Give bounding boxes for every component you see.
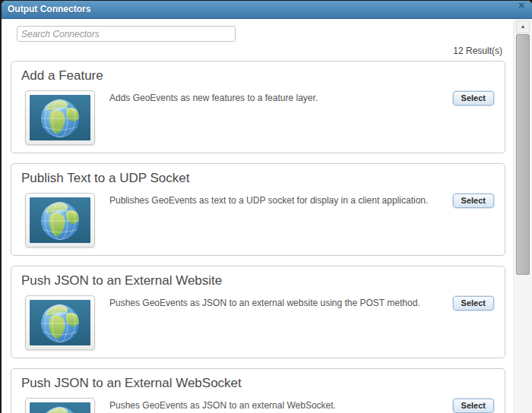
close-icon[interactable]: ✕ bbox=[516, 1, 527, 11]
globe-icon bbox=[30, 300, 90, 345]
connector-list: Add a Feature bbox=[2, 61, 514, 413]
select-button[interactable]: Select bbox=[453, 296, 494, 311]
connector-card: Add a Feature bbox=[11, 61, 505, 153]
connector-title: Publish Text to a UDP Socket bbox=[21, 171, 496, 186]
select-button[interactable]: Select bbox=[453, 91, 494, 106]
connector-description: Pushes GeoEvents as JSON to an external … bbox=[109, 398, 453, 412]
globe-icon bbox=[30, 402, 90, 413]
connector-title: Push JSON to an External WebSocket bbox=[21, 376, 496, 391]
connector-title: Add a Feature bbox=[21, 68, 496, 84]
scrollbar[interactable]: ▲ bbox=[513, 19, 532, 413]
select-button[interactable]: Select bbox=[453, 194, 494, 208]
dialog-titlebar: Output Connectors ✕ bbox=[2, 1, 532, 19]
dialog-title: Output Connectors bbox=[8, 4, 90, 14]
output-connectors-dialog: Output Connectors ✕ 12 Result(s) Add a F… bbox=[2, 1, 532, 413]
connector-description: Adds GeoEvents as new features to a feat… bbox=[109, 90, 453, 105]
scrollbar-thumb[interactable] bbox=[516, 34, 530, 275]
connector-thumbnail bbox=[25, 295, 95, 350]
connector-description: Pushes GeoEvents as JSON to an external … bbox=[109, 295, 453, 310]
globe-icon bbox=[30, 197, 90, 243]
connector-thumbnail bbox=[25, 193, 95, 247]
connector-card: Push JSON to an External WebSocket bbox=[11, 368, 505, 413]
results-count: 12 Result(s) bbox=[2, 46, 502, 56]
dialog-content: 12 Result(s) Add a Feature bbox=[2, 19, 514, 413]
search-input[interactable] bbox=[17, 26, 236, 42]
connector-thumbnail bbox=[25, 90, 95, 145]
connector-thumbnail bbox=[25, 398, 95, 413]
connector-card: Publish Text to a UDP Socket bbox=[11, 163, 505, 256]
scroll-up-button[interactable]: ▲ bbox=[516, 20, 530, 33]
connector-title: Push JSON to an External Website bbox=[21, 273, 496, 288]
globe-icon bbox=[30, 95, 90, 140]
connector-description: Publishes GeoEvents as text to a UDP soc… bbox=[109, 193, 453, 207]
connector-card: Push JSON to an External Website bbox=[11, 266, 505, 358]
select-button[interactable]: Select bbox=[453, 399, 494, 413]
